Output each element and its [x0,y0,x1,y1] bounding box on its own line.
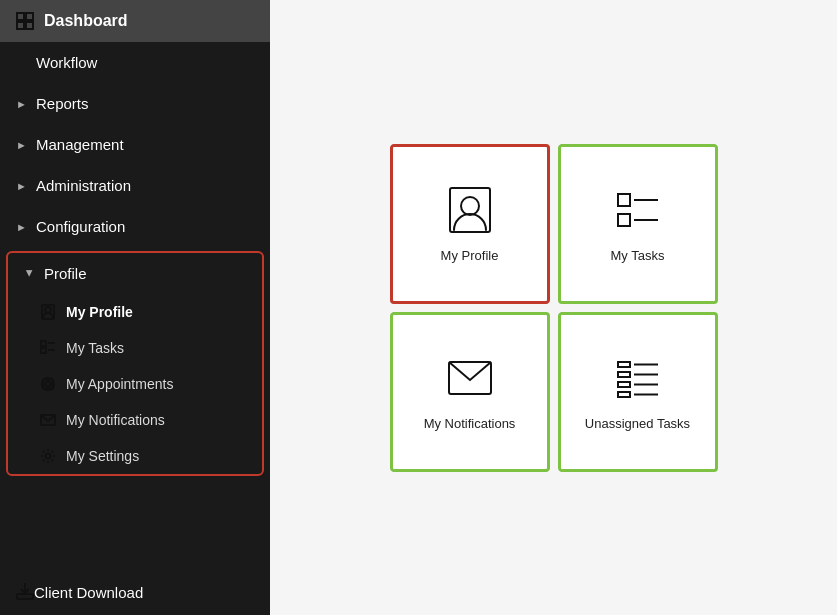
svg-point-14 [49,385,53,389]
sidebar-item-my-appointments[interactable]: My Appointments [8,366,262,402]
sidebar-item-my-profile[interactable]: My Profile [8,294,262,330]
my-tasks-icon [40,340,56,356]
tile-unassigned-tasks-icon [612,352,664,404]
workflow-label: Workflow [36,54,97,71]
my-tasks-label: My Tasks [66,340,124,356]
my-appointments-label: My Appointments [66,376,173,392]
svg-rect-0 [17,13,24,20]
tile-my-profile-label: My Profile [441,248,499,263]
client-download-label: Client Download [34,584,143,601]
tile-my-notifications[interactable]: My Notifications [390,312,550,472]
sidebar-item-my-tasks[interactable]: My Tasks [8,330,262,366]
tile-my-tasks[interactable]: My Tasks [558,144,718,304]
svg-rect-29 [618,382,630,387]
svg-rect-22 [618,214,630,226]
svg-rect-27 [618,372,630,377]
reports-arrow: ► [16,98,28,110]
sidebar-item-client-download[interactable]: Client Download [0,570,270,615]
tile-my-tasks-icon [612,184,664,236]
profile-label: Profile [44,265,87,282]
profile-section: ► Profile My Profile [6,251,264,476]
reports-label: Reports [36,95,89,112]
svg-point-13 [43,385,47,389]
svg-point-19 [461,197,479,215]
svg-rect-17 [17,594,33,599]
configuration-arrow: ► [16,221,28,233]
profile-sub-items: My Profile My Tasks [8,294,262,474]
tile-my-tasks-label: My Tasks [611,248,665,263]
tile-unassigned-tasks-label: Unassigned Tasks [585,416,690,431]
management-label: Management [36,136,124,153]
sidebar-item-reports[interactable]: ► Reports [0,83,270,124]
my-notifications-label: My Notifications [66,412,165,428]
svg-point-11 [43,379,47,383]
main-content: My Profile My Tasks My Not [270,0,837,615]
tile-unassigned-tasks[interactable]: Unassigned Tasks [558,312,718,472]
dashboard-icon [16,12,34,30]
svg-rect-25 [618,362,630,367]
svg-rect-2 [17,22,24,29]
client-download-icon [16,582,34,603]
sidebar-item-my-settings[interactable]: My Settings [8,438,262,474]
tiles-grid: My Profile My Tasks My Not [390,144,718,472]
svg-rect-8 [41,348,46,353]
management-arrow: ► [16,139,28,151]
sidebar-item-configuration[interactable]: ► Configuration [0,206,270,247]
my-profile-icon [40,304,56,320]
sidebar-item-profile[interactable]: ► Profile [8,253,262,294]
administration-label: Administration [36,177,131,194]
configuration-label: Configuration [36,218,125,235]
svg-point-16 [46,454,51,459]
svg-rect-6 [41,341,46,346]
my-settings-label: My Settings [66,448,139,464]
svg-rect-18 [450,188,490,232]
svg-rect-1 [26,13,33,20]
sidebar: Dashboard Workflow ► Reports ► Managemen… [0,0,270,615]
svg-rect-31 [618,392,630,397]
my-appointments-icon [40,376,56,392]
tile-my-notifications-icon [444,352,496,404]
tile-my-profile[interactable]: My Profile [390,144,550,304]
svg-rect-3 [26,22,33,29]
my-settings-icon [40,448,56,464]
sidebar-item-dashboard[interactable]: Dashboard [0,0,270,42]
administration-arrow: ► [16,180,28,192]
sidebar-item-my-notifications[interactable]: My Notifications [8,402,262,438]
sidebar-item-administration[interactable]: ► Administration [0,165,270,206]
dashboard-label: Dashboard [44,12,128,30]
svg-rect-20 [618,194,630,206]
sidebar-item-management[interactable]: ► Management [0,124,270,165]
tile-my-profile-icon [444,184,496,236]
sidebar-item-workflow[interactable]: Workflow [0,42,270,83]
my-profile-label: My Profile [66,304,133,320]
my-notifications-icon [40,412,56,428]
svg-point-12 [49,379,53,383]
tile-my-notifications-label: My Notifications [424,416,516,431]
profile-arrow: ► [24,268,36,280]
